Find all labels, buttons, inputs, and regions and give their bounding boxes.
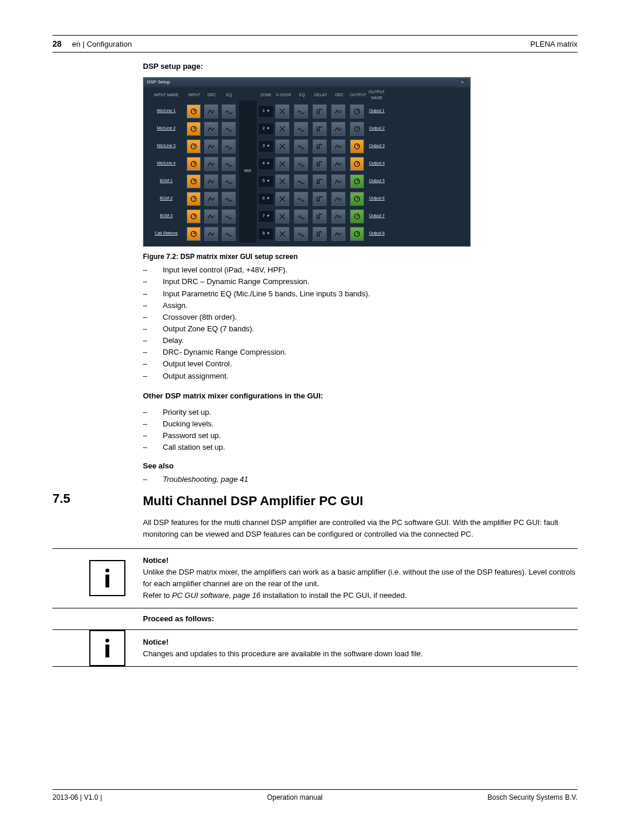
- eq-icon[interactable]: [222, 209, 236, 223]
- screenshot-row: Mic/Line 44 ▾Output 4: [144, 155, 470, 173]
- eq-icon[interactable]: [222, 227, 236, 241]
- zone-selector[interactable]: 1 ▾: [259, 106, 273, 117]
- output-name[interactable]: Output 2: [369, 125, 385, 132]
- xover-icon[interactable]: [275, 227, 289, 241]
- zone-selector[interactable]: 4 ▾: [259, 159, 273, 169]
- zone-selector[interactable]: 5 ▾: [259, 176, 273, 187]
- xover-icon[interactable]: [275, 209, 289, 223]
- input-knob-icon[interactable]: [187, 174, 201, 188]
- drc-icon[interactable]: [204, 157, 218, 171]
- xover-icon[interactable]: [275, 104, 289, 118]
- eq-icon[interactable]: [222, 122, 236, 136]
- eq-icon[interactable]: [222, 139, 236, 153]
- output-knob-icon[interactable]: [350, 209, 364, 223]
- delay-icon[interactable]: [313, 104, 327, 118]
- input-knob-icon[interactable]: [187, 157, 201, 171]
- xover-icon[interactable]: [275, 122, 289, 136]
- input-name[interactable]: Mic/Line 1: [148, 108, 184, 114]
- input-knob-icon[interactable]: [187, 192, 201, 206]
- close-icon[interactable]: ×: [458, 79, 467, 86]
- xover-icon[interactable]: [275, 192, 289, 206]
- screenshot-row: BGM 26 ▾Output 6: [144, 190, 470, 208]
- xover-icon[interactable]: [275, 174, 289, 188]
- delay-icon[interactable]: [313, 174, 327, 188]
- breadcrumb: en | Configuration: [72, 40, 132, 48]
- delay-icon[interactable]: [313, 122, 327, 136]
- xover-icon[interactable]: [275, 157, 289, 171]
- drc-icon[interactable]: [331, 209, 345, 223]
- eq-icon[interactable]: [294, 157, 308, 171]
- output-name[interactable]: Output 7: [369, 213, 385, 219]
- list-item: –Input Parametric EQ (Mic./Line 5 bands,…: [143, 288, 578, 300]
- eq-icon[interactable]: [222, 157, 236, 171]
- eq-icon[interactable]: [294, 192, 308, 206]
- delay-icon[interactable]: [313, 192, 327, 206]
- delay-icon[interactable]: [313, 157, 327, 171]
- drc-icon[interactable]: [331, 139, 345, 153]
- output-name[interactable]: Output 3: [369, 143, 385, 149]
- drc-icon[interactable]: [204, 139, 218, 153]
- drc-icon[interactable]: [204, 227, 218, 241]
- drc-icon[interactable]: [331, 104, 345, 118]
- see-also-link[interactable]: Troubleshooting, page 41: [163, 474, 248, 485]
- input-knob-icon[interactable]: [187, 209, 201, 223]
- delay-icon[interactable]: [313, 139, 327, 153]
- output-name[interactable]: Output 6: [369, 195, 385, 202]
- zone-selector[interactable]: 2 ▾: [259, 124, 273, 134]
- drc-icon[interactable]: [204, 104, 218, 118]
- output-knob-icon[interactable]: [350, 227, 364, 241]
- input-knob-icon[interactable]: [187, 122, 201, 136]
- drc-icon[interactable]: [331, 174, 345, 188]
- drc-icon[interactable]: [204, 209, 218, 223]
- output-knob-icon[interactable]: [350, 104, 364, 118]
- eq-icon[interactable]: [294, 122, 308, 136]
- output-knob-icon[interactable]: [350, 139, 364, 153]
- input-name[interactable]: BGM 3: [148, 213, 184, 219]
- drc-icon[interactable]: [204, 122, 218, 136]
- eq-icon[interactable]: [294, 174, 308, 188]
- eq-icon[interactable]: [294, 209, 308, 223]
- input-name[interactable]: BGM 1: [148, 178, 184, 184]
- input-name[interactable]: Mic/Line 2: [148, 125, 184, 132]
- output-name[interactable]: Output 8: [369, 230, 385, 237]
- dsp-setup-page-heading: DSP setup page:: [143, 61, 578, 72]
- output-knob-icon[interactable]: [350, 157, 364, 171]
- drc-icon[interactable]: [331, 192, 345, 206]
- list-item: –Ducking levels.: [143, 418, 578, 430]
- output-knob-icon[interactable]: [350, 192, 364, 206]
- drc-icon[interactable]: [331, 227, 345, 241]
- input-knob-icon[interactable]: [187, 139, 201, 153]
- delay-icon[interactable]: [313, 209, 327, 223]
- screenshot-row: BGM 37 ▾Output 7: [144, 208, 470, 225]
- output-knob-icon[interactable]: [350, 174, 364, 188]
- dsp-setup-screenshot: DSP Setup × INPUT NAME INPUT DRC EQ ZONE…: [143, 77, 471, 247]
- zone-selector[interactable]: 6 ▾: [259, 194, 273, 204]
- input-name[interactable]: Call Stations: [148, 230, 184, 237]
- input-name[interactable]: Mic/Line 3: [148, 143, 184, 149]
- section-paragraph: All DSP features for the multi channel D…: [143, 517, 578, 540]
- eq-icon[interactable]: [294, 227, 308, 241]
- eq-icon[interactable]: [222, 174, 236, 188]
- delay-icon[interactable]: [313, 227, 327, 241]
- output-name[interactable]: Output 1: [369, 108, 385, 114]
- eq-icon[interactable]: [222, 104, 236, 118]
- drc-icon[interactable]: [331, 122, 345, 136]
- drc-icon[interactable]: [204, 174, 218, 188]
- input-name[interactable]: Mic/Line 4: [148, 160, 184, 167]
- drc-icon[interactable]: [204, 192, 218, 206]
- output-name[interactable]: Output 5: [369, 178, 385, 184]
- zone-selector[interactable]: 7 ▾: [259, 211, 273, 222]
- eq-icon[interactable]: [294, 104, 308, 118]
- drc-icon[interactable]: [331, 157, 345, 171]
- zone-selector[interactable]: 3 ▾: [259, 141, 273, 152]
- output-name[interactable]: Output 4: [369, 160, 385, 167]
- zone-selector[interactable]: 8 ▾: [259, 229, 273, 239]
- output-knob-icon[interactable]: [350, 122, 364, 136]
- input-name[interactable]: BGM 2: [148, 195, 184, 202]
- eq-icon[interactable]: [294, 139, 308, 153]
- eq-icon[interactable]: [222, 192, 236, 206]
- page-footer: 2013-06 | V1.0 | Operation manual Bosch …: [52, 790, 578, 805]
- input-knob-icon[interactable]: [187, 104, 201, 118]
- input-knob-icon[interactable]: [187, 227, 201, 241]
- xover-icon[interactable]: [275, 139, 289, 153]
